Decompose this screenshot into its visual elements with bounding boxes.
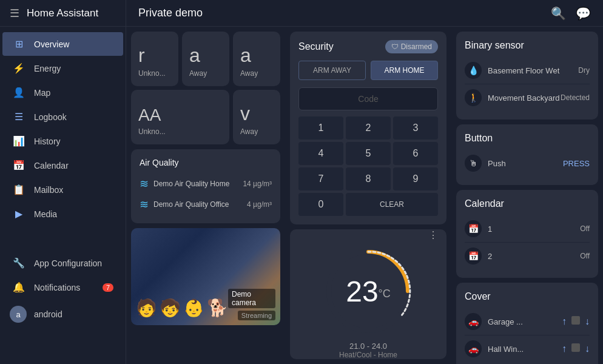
cover-card: Cover 🚗 Garage ... ↑ ↓ 🚗 Hall Win... [456,283,598,364]
num-btn-3[interactable]: 3 [393,116,438,140]
camera-card[interactable]: 🧑 🧒 👶 🐕 Demo camera Streaming [131,228,280,325]
sidebar: ☰ Home Assistant ⊞ Overview ⚡ Energy 👤 M… [0,0,126,364]
notifications-badge: 7 [103,283,113,292]
sidebar-label-notifications: Notifications [34,283,80,292]
temp-range: 21.0 - 24.0 [339,342,397,351]
num-btn-9[interactable]: 9 [393,167,438,190]
sidebar-item-logbook[interactable]: ☰ Logbook [2,105,123,129]
cover-down-0[interactable]: ↓ [585,316,590,327]
num-btn-1[interactable]: 1 [298,116,343,140]
cover-up-1[interactable]: ↑ [562,343,567,354]
num-btn-4[interactable]: 4 [298,142,343,165]
shield-icon: 🛡 [391,42,399,51]
cal-name-1: 2 [488,252,580,261]
num-btn-8[interactable]: 8 [346,167,391,190]
sidebar-item-calendar[interactable]: 📅 Calendar [2,153,123,177]
thermostat-menu-icon[interactable]: ⋮ [428,229,438,241]
middle-panel: Security 🛡 Disarmed ARM AWAY ARM HOME Co… [285,27,451,364]
map-icon: 👤 [12,87,25,98]
media-icon: ▶ [12,208,25,220]
cover-down-1[interactable]: ↓ [585,343,590,354]
header-icons: 🔍 💬 [551,6,591,21]
disarmed-label: Disarmed [401,42,432,51]
search-icon[interactable]: 🔍 [551,6,566,21]
thermostat-header: ⋮ [298,229,438,241]
main-content: Private demo 🔍 💬 r Unkno... a Away [126,0,603,364]
cal-row-0: 📅 1 Off [465,215,590,243]
cover-name-1: Hall Win... [488,345,562,354]
sidebar-item-mailbox[interactable]: 📋 Mailbox [2,178,123,201]
cal-status-0: Off [580,224,590,233]
sidebar-item-app-config[interactable]: 🔧 App Configuration [2,251,123,275]
sidebar-user[interactable]: a android [0,300,126,329]
camera-streaming: Streaming [238,311,275,320]
num-btn-0[interactable]: 0 [298,193,343,216]
energy-icon: ⚡ [12,62,25,74]
sidebar-label-mailbox: Mailbox [34,185,63,195]
card-1[interactable]: a Away [182,32,229,86]
chat-icon[interactable]: 💬 [576,6,591,21]
calendar-card: Calendar 📅 1 Off 📅 2 Off [456,190,598,278]
num-btn-6[interactable]: 6 [393,142,438,165]
sidebar-item-notifications[interactable]: 🔔 Notifications 7 [2,275,123,299]
num-btn-2[interactable]: 2 [346,116,391,140]
arm-buttons: ARM AWAY ARM HOME [298,61,438,80]
bs-row-1: 🚶 Movement Backyard Detected [465,84,590,111]
sidebar-item-media[interactable]: ▶ Media [2,202,123,226]
card-3[interactable]: AA Unkno... [131,90,229,144]
aq-name-0: Demo Air Quality Home [153,180,238,188]
card-2[interactable]: a Away [233,32,280,86]
user-name: android [34,309,62,319]
temp-mode: Heat/Cool - Home [339,351,397,359]
sidebar-label-map: Map [34,88,50,98]
cover-stop-0[interactable] [571,316,580,325]
air-quality-card: Air Quality ≋ Demo Air Quality Home 14 µ… [131,149,280,223]
security-panel: Security 🛡 Disarmed ARM AWAY ARM HOME Co… [290,32,446,224]
card-4[interactable]: v Away [233,90,280,144]
card-0[interactable]: r Unkno... [131,32,178,86]
arm-home-button[interactable]: ARM HOME [371,61,438,80]
page-title: Private demo [138,7,203,19]
num-btn-5[interactable]: 5 [346,142,391,165]
user-avatar: a [10,306,27,323]
cover-row-1: 🚗 Hall Win... ↑ ↓ [465,335,590,362]
sidebar-label-app-config: App Configuration [34,258,102,268]
thermostat-card: ⋮ 23°C 21.0 - 24.0 He [290,229,446,359]
security-title: Security [298,41,334,52]
sidebar-item-map[interactable]: 👤 Map [2,81,123,104]
aq-name-1: Demo Air Quality Office [153,200,242,209]
sidebar-item-history[interactable]: 📊 History [2,129,123,153]
sidebar-label-energy: Energy [34,64,61,73]
code-input[interactable]: Code [298,87,438,110]
cover-name-0: Garage ... [488,317,562,326]
binary-sensor-card: Binary sensor 💧 Basement Floor Wet Dry 🚶… [456,32,598,120]
cal-icon-1: 📅 [465,248,482,265]
cal-status-1: Off [580,252,590,260]
right-panel: Binary sensor 💧 Basement Floor Wet Dry 🚶… [451,27,603,364]
aq-icon-0: ≋ [140,177,149,190]
cover-up-0[interactable]: ↑ [562,316,567,327]
temp-value: 23 [346,275,378,308]
cal-name-0: 1 [488,224,580,234]
sidebar-item-energy[interactable]: ⚡ Energy [2,56,123,80]
btn-icon-0: 🖱 [465,155,482,172]
bs-status-0: Dry [578,66,590,75]
temp-unit: °C [379,288,391,300]
cal-row-1: 📅 2 Off [465,243,590,269]
button-card: Button 🖱 Push PRESS [456,124,598,185]
press-button[interactable]: PRESS [563,159,590,168]
content-header: Private demo 🔍 💬 [126,0,603,27]
sidebar-item-overview[interactable]: ⊞ Overview [2,32,123,56]
bs-row-0: 💧 Basement Floor Wet Dry [465,57,590,84]
aq-icon-1: ≋ [140,198,149,211]
btn-row-0: 🖱 Push PRESS [465,150,590,177]
arm-away-button[interactable]: ARM AWAY [298,61,366,80]
num-btn-7[interactable]: 7 [298,167,343,190]
cards-grid: r Unkno... a Away a Away AA Unkno... [131,32,280,144]
clear-button[interactable]: CLEAR [346,193,438,216]
cover-stop-1[interactable] [571,343,580,352]
camera-bg: 🧑 🧒 👶 🐕 Demo camera Streaming [131,228,280,325]
cover-card-title: Cover [465,291,590,302]
calendar-icon: 📅 [12,160,25,171]
menu-icon[interactable]: ☰ [10,7,19,20]
